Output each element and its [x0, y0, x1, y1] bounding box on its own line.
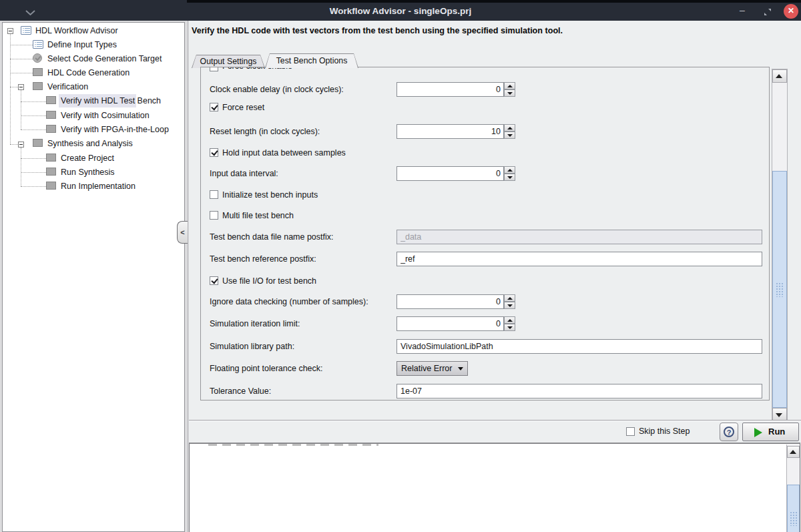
spinner-down-icon — [507, 92, 513, 95]
minimize-button[interactable]: – — [736, 2, 749, 18]
task-square-icon — [46, 154, 56, 162]
run-button[interactable]: Run — [742, 423, 799, 441]
form-scrollbar[interactable] — [772, 69, 788, 421]
clipped-log-text — [208, 444, 378, 446]
tree-connector — [21, 90, 21, 129]
tree-expander-synthesis[interactable] — [18, 142, 24, 148]
spinner-up-button[interactable] — [504, 294, 515, 302]
tab-output-settings[interactable]: Output Settings — [192, 55, 265, 68]
scroll-down-button[interactable] — [772, 408, 787, 421]
task-square-icon — [33, 139, 43, 147]
input-data-interval-spinner — [504, 166, 515, 181]
spinner-down-button[interactable] — [504, 131, 515, 139]
spinner-down-button[interactable] — [504, 174, 515, 181]
spinner-down-button[interactable] — [504, 324, 515, 331]
tree-connector — [21, 172, 46, 173]
force-reset-checkbox[interactable] — [210, 103, 218, 111]
multi-file-test-bench-checkbox[interactable] — [210, 211, 218, 220]
tree-expander-root[interactable] — [7, 28, 13, 34]
spinner-down-icon — [507, 176, 513, 179]
tree-connector — [10, 45, 33, 45]
panel-divider — [188, 21, 188, 532]
close-button[interactable]: ✕ — [784, 4, 798, 19]
spinner-up-button[interactable] — [504, 124, 515, 131]
simulation-library-path-input[interactable] — [396, 339, 762, 354]
spinner-up-button[interactable] — [504, 82, 515, 89]
tree-connector — [21, 158, 46, 159]
spinner-down-icon — [507, 134, 513, 137]
tab-test-bench-options[interactable]: Test Bench Options — [265, 53, 358, 68]
circle-check-icon — [33, 53, 42, 63]
workflow-icon — [21, 26, 31, 35]
spinner-up-icon — [507, 127, 513, 129]
result-log-panel[interactable] — [189, 443, 800, 532]
dropdown-caret-icon — [458, 367, 463, 370]
tree-connector — [21, 148, 21, 186]
task-square-icon — [33, 82, 43, 90]
task-square-icon — [46, 125, 56, 133]
hold-input-data-checkbox[interactable] — [210, 148, 218, 157]
clock-enable-delay-input[interactable] — [396, 82, 504, 97]
log-scrollbar[interactable] — [786, 445, 800, 532]
ignore-data-checking-input[interactable] — [396, 294, 504, 309]
workflow-advisor-window: Workflow Advisor - singleOps.prj – ✕ — [0, 0, 801, 532]
tree-connector — [21, 115, 46, 116]
main-panel: Verify the HDL code with test vectors fr… — [189, 21, 801, 532]
force-clock-enable-checkbox[interactable] — [210, 67, 218, 71]
test-bench-reference-postfix-input[interactable] — [396, 252, 762, 266]
simulation-iteration-limit-input[interactable] — [396, 316, 504, 331]
tree-connector — [10, 73, 33, 73]
tree-expander-verification[interactable] — [18, 84, 24, 90]
spinner-up-icon — [507, 85, 513, 87]
task-square-icon — [46, 182, 56, 190]
use-file-io-checkbox[interactable] — [210, 276, 218, 285]
spinner-up-button[interactable] — [504, 166, 515, 174]
scroll-up-icon — [790, 450, 796, 454]
spinner-up-button[interactable] — [504, 316, 515, 324]
scroll-up-icon — [776, 74, 782, 78]
tree-connector — [21, 186, 46, 187]
restore-icon[interactable] — [764, 7, 772, 15]
tree-connector — [21, 101, 46, 102]
simulation-iteration-limit-spinner — [504, 316, 515, 331]
spinner-down-button[interactable] — [504, 302, 515, 309]
scrollbar-thumb[interactable] — [772, 171, 787, 408]
floating-point-tolerance-dropdown[interactable]: Relative Error — [396, 361, 468, 376]
tree-connector — [10, 144, 18, 145]
spinner-up-icon — [507, 169, 513, 172]
reset-length-input[interactable] — [396, 124, 504, 139]
test-bench-data-postfix-input — [396, 230, 762, 244]
ignore-data-checking-spinner — [504, 294, 515, 309]
spinner-down-icon — [507, 304, 513, 307]
test-bench-options-form: Force clock enable Clock enable delay (i… — [200, 67, 770, 401]
spinner-down-icon — [507, 326, 513, 329]
skip-this-step-label: Skip this Step — [639, 427, 690, 436]
step-instruction: Verify the HDL code with test vectors fr… — [192, 26, 563, 35]
scrollbar-thumb[interactable] — [787, 485, 800, 532]
list-icon — [33, 40, 43, 49]
spinner-down-button[interactable] — [504, 89, 515, 97]
title-bar: Workflow Advisor - singleOps.prj – ✕ — [0, 0, 801, 21]
task-square-icon — [46, 96, 56, 104]
reset-length-spinner — [504, 124, 515, 139]
task-square-icon — [46, 168, 56, 176]
workflow-tree-panel: HDL Workflow Advisor Define Input Types … — [2, 22, 185, 532]
collapse-sidebar-handle[interactable]: < — [177, 221, 188, 244]
skip-this-step-checkbox[interactable] — [626, 427, 635, 436]
input-data-interval-input[interactable] — [396, 166, 504, 181]
spinner-up-icon — [507, 319, 513, 322]
tree-connector — [10, 87, 18, 87]
scroll-up-button[interactable] — [787, 446, 800, 458]
help-question-icon: ? — [724, 427, 734, 437]
task-square-icon — [33, 68, 43, 76]
help-button[interactable]: ? — [720, 423, 738, 441]
section-separator — [189, 420, 801, 421]
scroll-up-button[interactable] — [772, 69, 787, 83]
tree-connector — [10, 59, 33, 59]
run-play-icon — [754, 428, 762, 437]
initialize-test-bench-inputs-checkbox[interactable] — [210, 190, 218, 199]
scroll-down-icon — [776, 413, 782, 417]
spinner-up-icon — [507, 297, 513, 300]
tolerance-value-input[interactable] — [396, 384, 762, 398]
tree-connector — [10, 34, 11, 144]
